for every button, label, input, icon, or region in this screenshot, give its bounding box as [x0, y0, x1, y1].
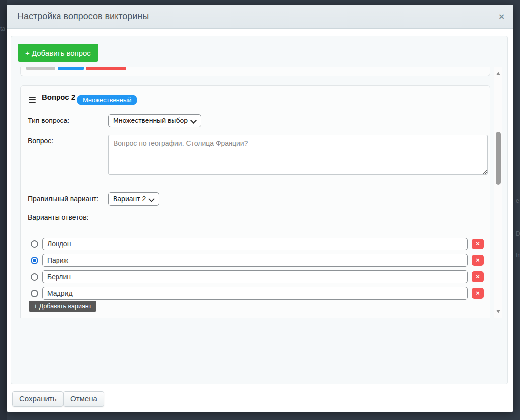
- question-text-label: Вопрос:: [28, 137, 53, 145]
- modal-header: Настройка вопросов викторины ×: [7, 5, 513, 29]
- partial-blue-button[interactable]: [58, 67, 84, 70]
- correct-option-select[interactable]: Вариант 2: [108, 192, 159, 206]
- correct-answer-radio[interactable]: [31, 257, 38, 264]
- chevron-down-icon: [148, 196, 155, 202]
- delete-option-button[interactable]: ×: [472, 288, 484, 299]
- chevron-down-icon: [190, 118, 197, 124]
- close-icon: ×: [476, 256, 480, 264]
- delete-option-button[interactable]: ×: [472, 255, 484, 266]
- question-type-badge: Множественный: [77, 95, 137, 105]
- correct-option-select-value: Вариант 2: [113, 195, 146, 203]
- close-icon: ×: [476, 289, 480, 297]
- partial-red-button[interactable]: [86, 67, 126, 70]
- save-button[interactable]: Сохранить: [12, 391, 63, 407]
- answer-option-input[interactable]: [42, 287, 468, 300]
- question-type-select-value: Множественный выбор: [113, 117, 188, 124]
- answer-options-label: Варианты ответов:: [28, 213, 88, 221]
- question-type-label: Тип вопроса:: [28, 114, 69, 127]
- question-card: Вопрос 2 Множественный Тип вопроса: Множ…: [20, 85, 490, 318]
- scroll-up-icon[interactable]: [496, 72, 500, 75]
- delete-option-button[interactable]: ×: [472, 239, 484, 249]
- correct-option-label: Правильный вариант:: [28, 192, 98, 206]
- correct-answer-radio[interactable]: [31, 273, 38, 281]
- previous-question-card-partial: [20, 67, 490, 76]
- answer-option-input[interactable]: [42, 254, 468, 267]
- correct-answer-radio[interactable]: [31, 290, 38, 297]
- modal-title: Настройка вопросов викторины: [17, 5, 149, 28]
- scroll-down-icon[interactable]: [496, 310, 500, 313]
- answer-option-row: ×: [21, 287, 490, 300]
- answer-option-row: ×: [21, 238, 490, 250]
- cancel-button[interactable]: Отмена: [63, 391, 104, 407]
- correct-answer-radio[interactable]: [31, 240, 38, 248]
- add-option-button[interactable]: + Добавить вариант: [29, 301, 96, 312]
- answer-option-row: ×: [21, 254, 490, 267]
- answer-option-input[interactable]: [42, 270, 468, 283]
- delete-option-button[interactable]: ×: [472, 271, 484, 282]
- add-question-button[interactable]: + Добавить вопрос: [18, 44, 98, 62]
- quiz-settings-modal: Настройка вопросов викторины × + Добавит…: [7, 5, 513, 412]
- close-icon: ×: [476, 240, 480, 247]
- inner-scrollbar[interactable]: [494, 67, 502, 318]
- close-icon[interactable]: ×: [499, 5, 504, 28]
- question-type-select[interactable]: Множественный выбор: [108, 114, 201, 127]
- partial-gray-button[interactable]: [26, 67, 55, 70]
- answer-options-list: × × × ×: [21, 238, 490, 303]
- question-card-title: Вопрос 2: [42, 92, 75, 102]
- drag-handle-icon[interactable]: [29, 97, 36, 104]
- questions-panel: + Добавить вопрос Вопрос 2 Множественный…: [11, 36, 508, 384]
- scrollbar-thumb[interactable]: [496, 132, 501, 185]
- page-behind-overlay: [0, 0, 7, 420]
- question-textarea[interactable]: Вопрос по географии. Столица Франции?: [108, 135, 488, 175]
- question-list: Вопрос 2 Множественный Тип вопроса: Множ…: [15, 67, 502, 318]
- close-icon: ×: [476, 273, 480, 280]
- answer-option-input[interactable]: [42, 238, 468, 250]
- answer-option-row: ×: [21, 270, 490, 283]
